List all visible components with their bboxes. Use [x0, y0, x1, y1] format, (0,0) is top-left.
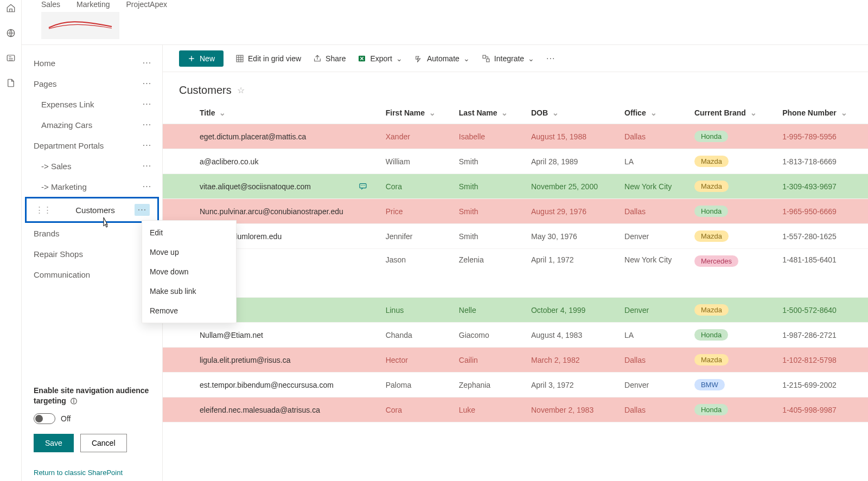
plus-icon [188, 55, 195, 62]
cell-first-name: Hector [380, 348, 454, 373]
cell-phone: 1-102-812-5798 [777, 348, 868, 373]
nav-item[interactable]: Amazing Cars··· [22, 114, 162, 135]
nav-item-more-icon[interactable]: ··· [139, 161, 155, 171]
column-header[interactable]: First Name ⌄ [380, 102, 454, 124]
table-row[interactable]: eget.dictum.placerat@mattis.caXanderIsab… [163, 124, 868, 149]
table-row[interactable]: @in.eduLinusNelleOctober 4, 1999DenverMa… [163, 298, 868, 323]
row-selector[interactable] [163, 397, 194, 422]
cell-brand: Mazda [689, 348, 777, 373]
nav-item-more-icon[interactable]: ··· [139, 120, 155, 130]
cell-title[interactable]: a@aclibero.co.uk [194, 149, 380, 174]
automate-button[interactable]: Automate ⌄ [414, 54, 470, 63]
edit-grid-button[interactable]: Edit in grid view [235, 54, 301, 63]
chevron-down-icon: ⌄ [750, 108, 757, 117]
table-row[interactable]: Nullam@Etiam.netChandaGiacomoAugust 4, 1… [163, 323, 868, 348]
nav-item-more-icon[interactable]: ··· [139, 140, 155, 150]
nav-item-more-icon[interactable]: ··· [139, 58, 155, 68]
chat-icon[interactable] [359, 182, 367, 191]
cell-title[interactable]: vitae.aliquet@sociisnatoque.com [194, 174, 380, 199]
cell-last-name: Zelenia [454, 249, 526, 298]
cell-phone: 1-215-699-2002 [777, 373, 868, 397]
table-row[interactable]: on.comJasonZeleniaApril 1, 1972New York … [163, 249, 868, 298]
file-icon[interactable] [6, 78, 16, 88]
chevron-down-icon: ⌄ [463, 54, 470, 63]
integrate-button[interactable]: Integrate ⌄ [482, 54, 534, 63]
context-menu-item[interactable]: Edit [142, 223, 236, 242]
hub-link[interactable]: ProjectApex [126, 0, 167, 9]
table-row[interactable]: e@vestibulumlorem.eduJenniferSmithMay 30… [163, 224, 868, 249]
column-header[interactable]: Office ⌄ [619, 102, 689, 124]
nav-item-more-icon[interactable]: ··· [139, 99, 155, 109]
nav-item[interactable]: ⋮⋮Customers··· [25, 197, 159, 223]
table-row[interactable]: Nunc.pulvinar.arcu@conubianostraper.eduP… [163, 199, 868, 224]
context-menu-item[interactable]: Move up [142, 242, 236, 262]
cell-office: Denver [619, 298, 689, 323]
context-menu-item[interactable]: Remove [142, 301, 236, 320]
table-row[interactable]: vitae.aliquet@sociisnatoque.comCoraSmith… [163, 174, 868, 199]
cell-first-name: Jennifer [380, 224, 454, 249]
favorite-star-icon[interactable]: ☆ [237, 85, 245, 95]
info-icon[interactable]: ⓘ [71, 397, 77, 405]
share-button[interactable]: Share [313, 54, 346, 63]
home-icon[interactable] [6, 3, 16, 13]
save-button[interactable]: Save [34, 434, 74, 452]
nav-item[interactable]: Home··· [22, 53, 162, 73]
row-selector[interactable] [163, 348, 194, 373]
list-table[interactable]: Title ⌄First Name ⌄Last Name ⌄DOB ⌄Offic… [163, 102, 868, 481]
cell-phone: 1-309-493-9697 [777, 174, 868, 199]
nav-item[interactable]: Pages··· [22, 73, 162, 94]
cell-office: LA [619, 323, 689, 348]
hub-link[interactable]: Marketing [76, 0, 110, 9]
new-button[interactable]: New [179, 50, 224, 67]
nav-item-label: Amazing Cars [41, 120, 92, 130]
column-header[interactable]: Phone Number ⌄ [777, 102, 868, 124]
context-menu-item[interactable]: Move down [142, 262, 236, 281]
table-row[interactable]: est.tempor.bibendum@neccursusa.comPaloma… [163, 373, 868, 397]
nav-item[interactable]: -> Marketing··· [22, 176, 162, 197]
row-selector[interactable] [163, 174, 194, 199]
column-header[interactable]: Current Brand ⌄ [689, 102, 777, 124]
svg-rect-2 [237, 55, 243, 62]
column-header[interactable]: Title ⌄ [194, 102, 380, 124]
cancel-button[interactable]: Cancel [80, 434, 127, 452]
cell-last-name: Smith [454, 199, 526, 224]
table-row[interactable]: ligula.elit.pretium@risus.caHectorCailin… [163, 348, 868, 373]
nav-item[interactable]: Expenses Link··· [22, 94, 162, 114]
nav-item-more-icon[interactable]: ··· [139, 182, 155, 191]
cell-title[interactable]: ligula.elit.pretium@risus.ca [194, 348, 380, 373]
hub-link[interactable]: Sales [41, 0, 60, 9]
row-selector[interactable] [163, 373, 194, 397]
row-selector[interactable] [163, 149, 194, 174]
cell-dob: April 28, 1989 [526, 149, 619, 174]
nav-item[interactable]: Department Portals··· [22, 135, 162, 156]
site-logo[interactable] [41, 12, 119, 39]
table-row[interactable]: eleifend.nec.malesuada@atrisus.caCoraLuk… [163, 397, 868, 422]
globe-icon[interactable] [6, 28, 16, 38]
row-selector[interactable] [163, 323, 194, 348]
select-all-column[interactable] [163, 102, 194, 124]
brand-chip: Honda [694, 131, 728, 142]
drag-grip-icon[interactable]: ⋮⋮ [35, 205, 52, 215]
cell-title[interactable]: eget.dictum.placerat@mattis.ca [194, 124, 380, 149]
overflow-button[interactable]: ··· [546, 54, 555, 63]
row-selector[interactable] [163, 124, 194, 149]
cell-last-name: Giacomo [454, 323, 526, 348]
news-icon[interactable] [6, 53, 16, 63]
cell-title[interactable]: eleifend.nec.malesuada@atrisus.ca [194, 397, 380, 422]
context-menu-item[interactable]: Make sub link [142, 281, 236, 301]
column-header[interactable]: Last Name ⌄ [454, 102, 526, 124]
cell-office: LA [619, 149, 689, 174]
table-row[interactable]: a@aclibero.co.ukWilliamSmithApril 28, 19… [163, 149, 868, 174]
nav-item-label: -> Marketing [41, 182, 87, 191]
audience-targeting-toggle[interactable] [34, 413, 55, 424]
cell-phone: 1-405-998-9987 [777, 397, 868, 422]
return-classic-link[interactable]: Return to classic SharePoint [34, 469, 150, 477]
cell-title[interactable]: est.tempor.bibendum@neccursusa.com [194, 373, 380, 397]
nav-item[interactable]: -> Sales··· [22, 156, 162, 176]
nav-item-more-icon[interactable]: ··· [139, 79, 155, 88]
nav-item-more-icon[interactable]: ··· [135, 204, 150, 216]
cell-title[interactable]: Nullam@Etiam.net [194, 323, 380, 348]
column-header[interactable]: DOB ⌄ [526, 102, 619, 124]
svg-rect-6 [360, 183, 366, 188]
export-button[interactable]: Export ⌄ [358, 54, 402, 63]
